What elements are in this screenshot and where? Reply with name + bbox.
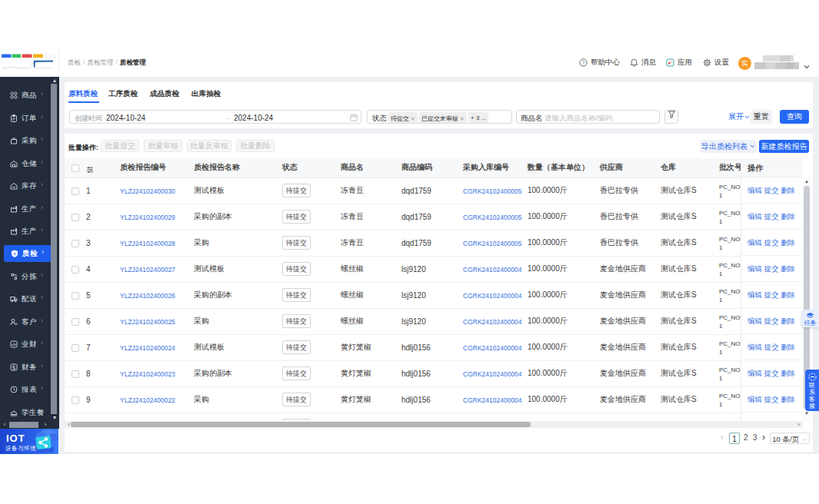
svg-text:z: z — [14, 251, 16, 256]
svg-text:?: ? — [582, 60, 585, 65]
